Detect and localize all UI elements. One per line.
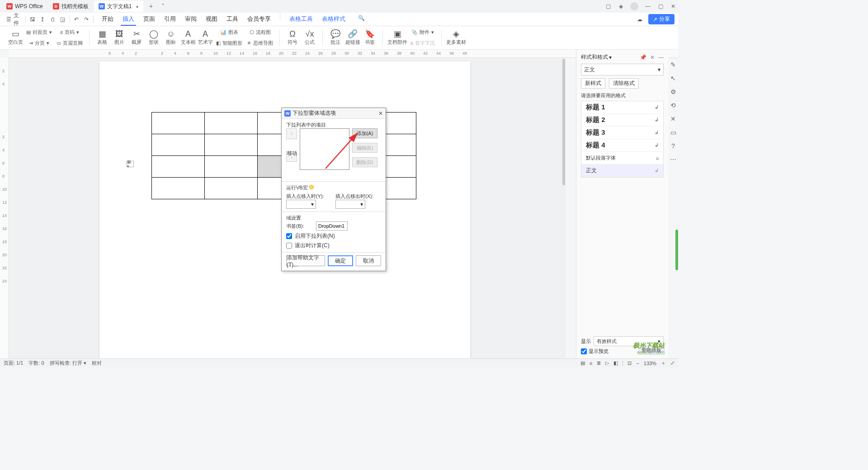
book-icon[interactable]: ▭ — [669, 128, 677, 136]
bookmark[interactable]: 🔖书签 — [362, 30, 378, 46]
preview-icon[interactable]: ◲ — [57, 14, 67, 24]
tab-dropdown[interactable]: ˅ — [158, 3, 168, 10]
style-h4[interactable]: 标题 4↲ — [581, 139, 663, 152]
sync-icon[interactable]: ⟲ — [669, 101, 677, 109]
tools-icon[interactable]: ✕ — [669, 115, 677, 123]
menu-insert[interactable]: 插入 — [121, 13, 136, 26]
more-resources[interactable]: ◈更多素材 — [446, 30, 466, 46]
bookmark-input[interactable] — [316, 221, 348, 230]
more-icon[interactable]: ⋯ — [669, 155, 677, 164]
cloud-icon[interactable]: ☁ — [635, 14, 645, 24]
tab-document[interactable]: W文字文稿1● — [94, 1, 143, 12]
current-style-select[interactable]: 正文▾ — [581, 64, 664, 75]
flowchart[interactable]: ⬡流程图 — [245, 28, 275, 38]
move-up-button[interactable]: ↑ — [286, 128, 297, 139]
close-button[interactable]: ✕ — [670, 3, 676, 9]
table[interactable]: ▦表格 — [94, 30, 110, 46]
wordart[interactable]: A艺术字 — [197, 30, 213, 46]
menu-review[interactable]: 审阅 — [183, 13, 198, 26]
redo-icon[interactable]: ↷ — [81, 14, 91, 24]
menu-member[interactable]: 会员专享 — [245, 13, 273, 26]
style-h1[interactable]: 标题 1↲ — [581, 101, 663, 114]
help-text-button[interactable]: 添加帮助文字(T)... — [286, 255, 325, 266]
style-default-font[interactable]: 默认段落字体a — [581, 152, 663, 164]
print-icon[interactable]: ⎙ — [47, 14, 57, 24]
export-icon[interactable]: ↥ — [38, 14, 47, 24]
page-break[interactable]: ⇥分页▾ — [24, 38, 54, 48]
onenter-combo[interactable]: ▾ — [286, 200, 316, 209]
tab-close-icon[interactable]: ● — [136, 4, 138, 9]
blank-page[interactable]: ▭空白页 — [7, 30, 24, 46]
chart[interactable]: 📊图表 — [214, 28, 244, 38]
shape[interactable]: ◯形状 — [146, 30, 162, 46]
table-handle-icon[interactable]: ▦ ▾ — [127, 161, 134, 167]
menu-table-style[interactable]: 表格样式 — [320, 13, 347, 26]
cancel-button[interactable]: 取消 — [356, 255, 381, 266]
proof-status[interactable]: 校对 — [92, 360, 102, 367]
view-web-icon[interactable]: ≣ — [597, 360, 601, 366]
zoom-fit-icon[interactable]: ⊡ — [627, 360, 632, 366]
equation[interactable]: √x公式 — [302, 30, 318, 46]
help-icon[interactable]: ? — [669, 142, 677, 150]
menu-tools[interactable]: 工具 — [225, 13, 240, 26]
file-menu[interactable]: 文件 — [14, 14, 24, 24]
pin-icon[interactable]: 📌 — [640, 54, 646, 61]
minimize-button[interactable]: — — [645, 3, 651, 9]
tab-add-button[interactable]: ＋ — [144, 2, 158, 10]
hyperlink[interactable]: 🔗超链接 — [344, 30, 361, 46]
picture[interactable]: 🖼图片 — [111, 30, 127, 46]
expand-icon[interactable]: ⤢ — [670, 360, 675, 366]
cube-icon[interactable]: ◈ — [618, 3, 624, 9]
style-h3[interactable]: 标题 3↲ — [581, 127, 663, 139]
vertical-scrollbar[interactable] — [561, 58, 566, 358]
calcexit-checkbox[interactable]: 退出时计算(C) — [286, 242, 381, 249]
view-focus-icon[interactable]: ◧ — [613, 360, 618, 366]
clear-format-button[interactable]: 清除格式 — [609, 78, 639, 89]
spell-status[interactable]: 拼写检查: 打开 ▾ — [50, 360, 86, 367]
page-number[interactable]: #页码▾ — [55, 28, 85, 38]
hamburger-icon[interactable]: ☰ — [4, 14, 14, 24]
search-icon[interactable]: 🔍 — [356, 13, 366, 23]
menu-view[interactable]: 视图 — [204, 13, 219, 26]
panel-min-icon[interactable]: — — [658, 54, 664, 61]
menu-page[interactable]: 页面 — [142, 13, 157, 26]
add-button[interactable]: 添加(A) — [352, 128, 377, 138]
save-icon[interactable]: 🖫 — [28, 14, 38, 24]
attachment[interactable]: 📎附件▾ — [408, 28, 437, 38]
new-style-button[interactable]: 新样式 — [581, 78, 605, 89]
textbox[interactable]: A文本框 — [180, 30, 196, 46]
reader-icon[interactable]: ▢ — [605, 3, 611, 9]
doc-parts[interactable]: ▣文档部件 — [387, 30, 407, 46]
icon[interactable]: ☺图标 — [163, 30, 179, 46]
share-button[interactable]: ↗分享 — [648, 14, 675, 24]
zoom-out-button[interactable]: − — [636, 361, 639, 366]
menu-start[interactable]: 开始 — [100, 13, 115, 26]
view-read-icon[interactable]: ▷ — [605, 360, 609, 366]
undo-icon[interactable]: ↶ — [71, 14, 81, 24]
ok-button[interactable]: 确定 — [328, 255, 353, 266]
view-print-icon[interactable]: ▤ — [580, 360, 585, 366]
onexit-combo[interactable]: ▾ — [335, 200, 365, 209]
tab-wps[interactable]: WWPS Office — [2, 1, 47, 12]
pencil-icon[interactable]: ✎ — [669, 61, 677, 69]
menu-reference[interactable]: 引用 — [162, 13, 178, 26]
cursor-icon[interactable]: ↖ — [669, 74, 677, 82]
header-footer[interactable]: ▭页眉页脚 — [55, 38, 85, 48]
view-outline-icon[interactable]: ≡ — [590, 361, 592, 366]
cover-page[interactable]: ▤封面页▾ — [24, 28, 54, 38]
style-h2[interactable]: 标题 2↲ — [581, 114, 663, 127]
avatar-icon[interactable] — [630, 2, 638, 10]
maximize-button[interactable]: ▢ — [657, 3, 664, 9]
screenshot[interactable]: ✂截屏 — [128, 30, 145, 46]
style-body[interactable]: 正文↲ — [581, 164, 663, 177]
tab-templates[interactable]: D找稻壳模板 — [48, 1, 93, 12]
settings-icon[interactable]: ⚙ — [669, 88, 677, 96]
menu-table-tools[interactable]: 表格工具 — [288, 13, 315, 26]
panel-close-icon[interactable]: ✕ — [650, 54, 655, 61]
zoom-level[interactable]: 133% — [644, 361, 656, 366]
smart-graphic[interactable]: ◧智能图形 — [214, 38, 244, 48]
symbol[interactable]: Ω符号 — [284, 30, 301, 46]
zoom-in-button[interactable]: ＋ — [661, 360, 666, 367]
comment[interactable]: 💬批注 — [327, 30, 344, 46]
enable-checkbox[interactable]: 启用下拉列表(N) — [286, 232, 381, 240]
